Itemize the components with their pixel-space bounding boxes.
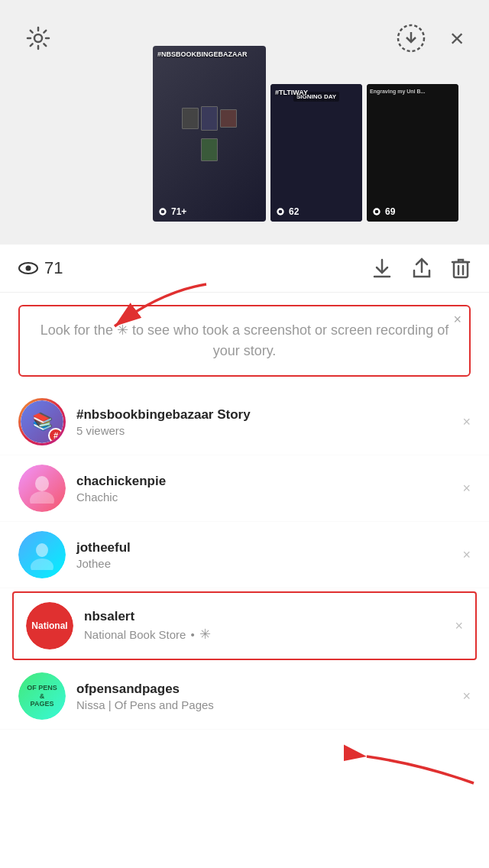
dot-separator: • (190, 628, 194, 641)
viewer-username-3: jotheeful (76, 540, 456, 555)
svg-point-0 (34, 34, 42, 42)
viewer-fullname-1: 5 viewers (76, 424, 456, 437)
viewer-info-nbsalert: nbsalert National Book Store • ✳ (84, 609, 449, 643)
avatar-nbsbookbingebazaar: 📚 # (18, 398, 66, 445)
viewer-close-2[interactable]: × (462, 481, 471, 497)
viewer-username-5: ofpensandpages (76, 682, 456, 697)
viewer-close-4[interactable]: × (455, 618, 463, 634)
viewer-fullname-3: Jothee (76, 557, 456, 570)
thumb-footer-2: 62 (275, 206, 358, 217)
viewer-item-nbsbookbingebazaar[interactable]: 📚 # #nbsbookbingebazaar Story 5 viewers … (0, 389, 489, 455)
hashtag-badge: # (48, 428, 63, 443)
stats-actions (371, 257, 471, 280)
viewer-close-3[interactable]: × (462, 547, 471, 563)
avatar-jotheeful (18, 531, 66, 578)
thumb-label-2: #TLTIWAY (275, 89, 308, 97)
avatar-nbsalert: National (26, 602, 73, 649)
tooltip-close-button[interactable]: × (453, 313, 461, 326)
screenshot-icon-nbsalert: ✳ (199, 626, 211, 643)
viewer-info-jotheeful: jotheeful Jothee (76, 540, 456, 570)
svg-point-19 (30, 491, 54, 504)
svg-rect-14 (454, 262, 468, 277)
viewer-fullname-2: Chachic (76, 491, 456, 504)
tooltip-box: × Look for the ✳ to see who took a scree… (18, 305, 471, 377)
tooltip-text: Look for the ✳ to see who took a screens… (35, 320, 454, 361)
svg-point-21 (31, 559, 53, 570)
stats-bar: 71 (0, 245, 489, 293)
engrave-label: Engraving my Uni B... (370, 89, 425, 94)
avatar-ofpensandpages: OF PENS & PAGES (18, 672, 66, 720)
view-count-display: 71 (18, 258, 63, 278)
triangle-pointer (234, 232, 255, 245)
avatar-chachickenpie (18, 465, 66, 512)
svg-point-6 (279, 210, 283, 214)
viewer-info-nbsbookbingebazaar: #nbsbookbingebazaar Story 5 viewers (76, 407, 456, 437)
viewer-username-1: #nbsbookbingebazaar Story (76, 407, 456, 423)
viewers-list: 📚 # #nbsbookbingebazaar Story 5 viewers … (0, 389, 489, 730)
viewer-fullname-5: Nissa | Of Pens and Pages (76, 698, 456, 711)
svg-point-10 (26, 266, 31, 271)
screenshot-icon-tooltip: ✳ (117, 320, 128, 341)
viewer-username-4: nbsalert (84, 609, 449, 624)
viewer-close-5[interactable]: × (462, 688, 471, 704)
story-thumb-main[interactable]: #NBSBOOKBINGEBAZAAR 71+ (153, 46, 266, 222)
svg-point-4 (161, 210, 165, 214)
svg-point-20 (36, 543, 48, 557)
viewer-close-1[interactable]: × (462, 414, 471, 430)
download-button[interactable] (371, 257, 393, 280)
delete-button[interactable] (451, 257, 471, 280)
viewer-item-jotheeful[interactable]: jotheeful Jothee × (0, 522, 489, 588)
viewer-info-chachickenpie: chachickenpie Chachic (76, 474, 456, 504)
viewer-item-nbsalert[interactable]: National nbsalert National Book Store • … (12, 591, 477, 660)
gear-button[interactable] (21, 21, 55, 55)
thumb-footer-3: 69 (371, 206, 454, 217)
viewer-fullname-4: National Book Store • ✳ (84, 626, 449, 643)
story-preview-area: × #NBSBOOKBINGEBAZAAR 71+ SI (0, 0, 489, 245)
story-thumbnails: #NBSBOOKBINGEBAZAAR 71+ SIGNING DAY #TLT… (153, 46, 458, 222)
story-thumb-2[interactable]: SIGNING DAY #TLTIWAY 62 (270, 84, 362, 222)
story-thumb-3[interactable]: Engraving my Uni B... 69 (367, 84, 458, 222)
thumb-footer-1: 71+ (157, 206, 261, 217)
share-button[interactable] (411, 257, 432, 280)
viewer-username-2: chachickenpie (76, 474, 456, 489)
svg-point-18 (35, 476, 49, 491)
thumb-label-1: #NBSBOOKBINGEBAZAAR (157, 50, 248, 59)
svg-point-8 (375, 210, 379, 214)
viewer-info-ofpensandpages: ofpensandpages Nissa | Of Pens and Pages (76, 682, 456, 711)
viewer-item-chachickenpie[interactable]: chachickenpie Chachic × (0, 455, 489, 522)
viewer-item-ofpensandpages[interactable]: OF PENS & PAGES ofpensandpages Nissa | O… (0, 663, 489, 730)
